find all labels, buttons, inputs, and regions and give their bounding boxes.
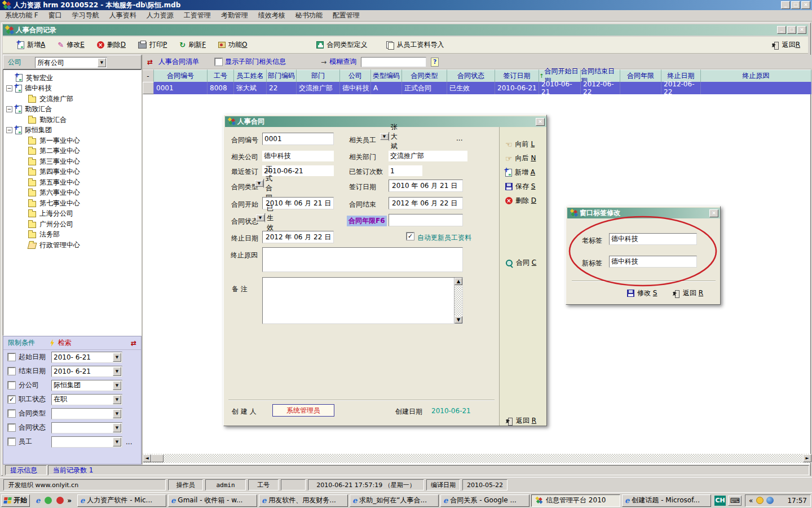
start-date-select[interactable]: 2010- 6-21	[51, 352, 122, 363]
column-header[interactable]: 终止原因	[701, 69, 811, 82]
contract-term-hotkey-label[interactable]: 合同年限F6	[347, 216, 387, 226]
mdi-close-icon[interactable]: ×	[797, 26, 806, 34]
cell-dept[interactable]: 交流推广部	[297, 82, 340, 94]
column-header[interactable]: 合同编号	[154, 69, 208, 82]
chevron-down-icon[interactable]	[380, 133, 389, 140]
remark-textarea[interactable]: ▲ ▼	[262, 277, 463, 324]
tree-item-label[interactable]: 德中科技	[25, 84, 52, 93]
mdi-minimize-icon[interactable]: _	[777, 26, 786, 34]
dialog-add-button[interactable]: 新增 A	[505, 165, 546, 179]
tree-item-label[interactable]: 广州分公司	[39, 220, 73, 229]
cell-sign-date[interactable]: 2010-06-21	[495, 82, 539, 94]
auto-update-label[interactable]: 自动更新员工资料	[417, 233, 471, 243]
cell-term[interactable]	[620, 82, 661, 94]
cell-stop-reason[interactable]	[701, 82, 811, 94]
filter-checkbox[interactable]: ✓	[8, 396, 15, 403]
quicklaunch-mail-icon[interactable]	[56, 497, 64, 504]
collapse-icon[interactable]: −	[6, 127, 12, 133]
staff-status-select[interactable]: 在职	[51, 394, 122, 405]
quicklaunch-overflow-icon[interactable]: »	[67, 497, 72, 505]
contract-type-define-button[interactable]: 合同类型定义	[314, 39, 369, 51]
dialog-delete-button[interactable]: ×删除 D	[505, 194, 546, 208]
employee-combo[interactable]: 张大斌	[389, 132, 390, 141]
chevron-down-icon[interactable]	[113, 395, 121, 404]
tree-item[interactable]: 上海分公司	[3, 209, 141, 220]
menu-secretary[interactable]: 秘书功能	[290, 10, 328, 21]
cell-contract-status[interactable]: 已生效	[447, 82, 495, 94]
contract-end-input[interactable]: 2012 年 06 月 22 日	[389, 197, 463, 209]
column-header[interactable]: 类型编码	[371, 69, 402, 82]
chevron-down-icon[interactable]	[255, 180, 263, 187]
branch-select[interactable]: 际恒集团	[51, 380, 122, 391]
contract-no-input[interactable]	[262, 133, 334, 145]
chevron-down-icon[interactable]	[256, 214, 264, 221]
employee-select[interactable]	[51, 436, 122, 448]
cell-emp-no[interactable]: 8008	[208, 82, 234, 94]
dialog-return-button[interactable]: 返回 R	[505, 414, 546, 428]
tree-item[interactable]: 第二事业中心	[3, 146, 141, 157]
employee-more-button[interactable]: ...	[456, 134, 462, 142]
chevron-down-icon[interactable]	[113, 381, 121, 390]
cell-emp-name[interactable]: 张大斌	[234, 82, 267, 94]
chevron-down-icon[interactable]	[113, 367, 121, 376]
refresh-button[interactable]: ↻ 刷新F	[177, 39, 208, 51]
column-header[interactable]: 工号	[208, 69, 234, 82]
tree-item-label[interactable]: 第一事业中心	[39, 136, 80, 146]
tree-item-label[interactable]: 第二事业中心	[39, 146, 80, 156]
task-button[interactable]: e创建话题 - Microsof...	[622, 494, 711, 507]
tree-item-label[interactable]: 勤致汇合	[25, 104, 52, 114]
tree-item-label[interactable]: 勤致汇合	[39, 115, 67, 125]
print-button[interactable]: 打印P	[136, 39, 169, 51]
chevron-down-icon[interactable]	[113, 409, 121, 418]
column-header[interactable]: 员工姓名	[234, 69, 267, 82]
fuzzy-search-input[interactable]	[361, 57, 426, 67]
label-dialog-close-icon[interactable]: ×	[709, 209, 718, 217]
cell-contract-no[interactable]: 0001	[154, 82, 208, 94]
column-header[interactable]: 合同类型	[402, 69, 447, 82]
tree-item[interactable]: 勤致汇合	[3, 115, 141, 125]
filter-checkbox[interactable]	[8, 424, 15, 431]
stop-date-input[interactable]: 2012 年 06 月 22 日	[262, 231, 334, 243]
tree-item[interactable]: 第一事业中心	[3, 135, 141, 146]
return-button[interactable]: 返回R	[769, 39, 802, 51]
chevron-down-icon[interactable]	[113, 423, 121, 432]
contract-type-select[interactable]	[51, 408, 122, 419]
start-button[interactable]: 开始	[1, 494, 30, 507]
minimize-icon[interactable]: _	[781, 1, 790, 9]
menu-salary[interactable]: 工资管理	[179, 10, 216, 21]
edit-button[interactable]: ✎ 修改E	[55, 39, 87, 51]
company-select[interactable]: 所有公司	[35, 57, 107, 68]
quicklaunch-ie-icon[interactable]: e	[36, 496, 40, 505]
tree-item[interactable]: −德中科技	[3, 84, 141, 94]
menu-config[interactable]: 配置管理	[328, 10, 365, 21]
cell-type-code[interactable]: A	[371, 82, 402, 94]
filter-checkbox[interactable]	[8, 353, 15, 361]
tree-item[interactable]: 第六事业中心	[3, 188, 141, 199]
tree-item-label[interactable]: 上海分公司	[39, 209, 73, 218]
tree-item[interactable]: −际恒集团	[3, 125, 141, 136]
column-header[interactable]: 合同状态	[447, 69, 495, 82]
contract-term-input[interactable]	[389, 214, 463, 226]
quicklaunch-messenger-icon[interactable]	[45, 497, 52, 504]
chevron-down-icon[interactable]	[113, 353, 121, 362]
tree-item-label[interactable]: 第五事业中心	[39, 178, 80, 187]
scroll-down-icon[interactable]: ▼	[454, 316, 462, 323]
mdi-restore-icon[interactable]: □	[787, 26, 796, 34]
contract-status-select[interactable]	[51, 422, 122, 433]
column-header[interactable]: 签订日期	[495, 69, 539, 82]
horizontal-scrollbar[interactable]: ◄ ►	[143, 454, 811, 463]
column-header[interactable]: 合同年限	[620, 69, 661, 82]
cell-start-date[interactable]: 2010-06-21	[539, 82, 581, 94]
menu-attendance[interactable]: 考勤管理	[216, 10, 253, 21]
menu-learning-nav[interactable]: 学习导航	[67, 10, 104, 21]
sign-date-input[interactable]: 2010 年 06 月 21 日	[389, 179, 463, 192]
task-button-active[interactable]: 信息管理平台 2010	[531, 494, 620, 507]
filter-checkbox[interactable]	[8, 382, 15, 389]
tree-item-label[interactable]: 法务部	[39, 230, 60, 239]
task-button[interactable]: e人力资产软件 - Mic...	[77, 494, 166, 507]
scrollbar-thumb[interactable]	[151, 454, 164, 462]
tree-item[interactable]: 法务部	[3, 230, 141, 240]
menu-window[interactable]: 窗口	[43, 10, 67, 21]
function-button[interactable]: 功能O	[216, 39, 249, 51]
collapse-icon[interactable]: −	[6, 106, 12, 112]
